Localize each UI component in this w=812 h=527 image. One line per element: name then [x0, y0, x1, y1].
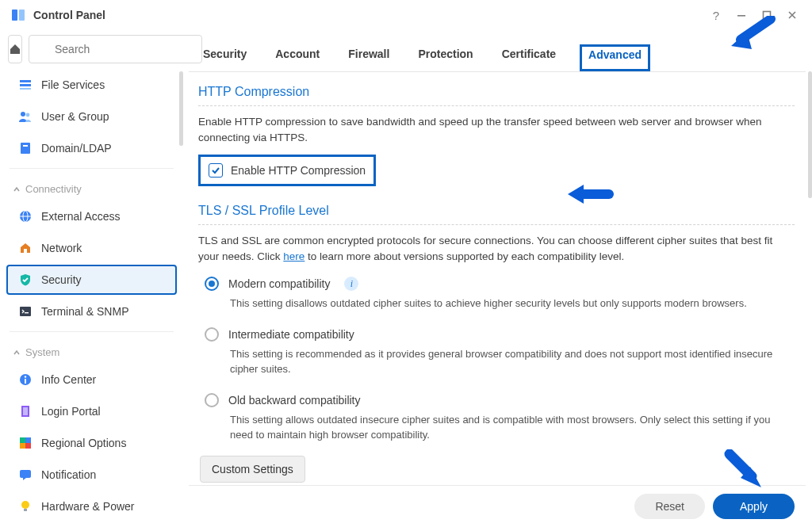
apply-button[interactable]: Apply [713, 494, 795, 519]
svg-rect-26 [20, 470, 31, 478]
radio-old[interactable] [205, 393, 219, 407]
sidebar-item-info-center[interactable]: Info Center [6, 365, 177, 395]
opt-label: Intermediate compatibility [228, 328, 354, 341]
sidebar-item-label: User & Group [41, 110, 109, 123]
bulb-icon [17, 498, 33, 514]
sidebar-group-system[interactable]: System [0, 337, 183, 363]
svg-point-9 [26, 113, 30, 117]
book-icon [17, 140, 33, 156]
sidebar-item-label: Hardware & Power [41, 500, 135, 513]
chat-icon [17, 467, 33, 483]
sidebar-item-file-services[interactable]: File Services [6, 70, 177, 100]
sidebar-item-label: File Services [41, 78, 105, 91]
shield-icon [17, 272, 33, 288]
opt-desc-modern: This setting disallows outdated cipher s… [198, 292, 795, 323]
sidebar-item-label: Terminal & SNMP [41, 305, 128, 318]
sidebar-group-label: System [25, 346, 59, 358]
search-wrap [29, 35, 202, 63]
settings-panel: HTTP Compression Enable HTTP compression… [189, 72, 806, 485]
sidebar-item-hardware-power[interactable]: Hardware & Power [6, 491, 177, 521]
sidebar-item-network[interactable]: Network [6, 233, 177, 263]
svg-rect-24 [20, 443, 25, 449]
opt-label: Modern compatibility [228, 277, 330, 290]
svg-rect-22 [20, 437, 25, 443]
tabs: Security Account Firewall Protection Cer… [189, 30, 806, 72]
svg-rect-1 [19, 10, 25, 21]
maximize-icon[interactable] [756, 5, 777, 25]
svg-rect-16 [25, 312, 29, 313]
sidebar-group-connectivity[interactable]: Connectivity [0, 174, 183, 200]
svg-rect-7 [20, 88, 31, 90]
sidebar-item-user-group[interactable]: User & Group [6, 101, 177, 132]
sidebar: File Services User & Group Domain/LDAP C… [0, 30, 184, 527]
sidebar-item-label: Regional Options [41, 437, 126, 449]
info-icon[interactable]: i [344, 277, 358, 291]
custom-settings-button[interactable]: Custom Settings [200, 456, 305, 483]
tab-certificate[interactable]: Certificate [497, 44, 561, 71]
tab-advanced[interactable]: Advanced [580, 44, 650, 71]
app-icon [10, 6, 27, 24]
sidebar-item-label: Info Center [41, 373, 96, 386]
svg-rect-28 [24, 509, 27, 511]
tab-security[interactable]: Security [198, 44, 251, 71]
tls-option-modern[interactable]: Modern compatibility i [198, 272, 795, 292]
section-title-http: HTTP Compression [198, 85, 795, 106]
svg-rect-10 [21, 143, 30, 154]
tls-desc: TLS and SSL are common encrypted protoco… [198, 233, 795, 264]
tls-option-intermediate[interactable]: Intermediate compatibility [198, 323, 795, 343]
tab-protection[interactable]: Protection [413, 44, 477, 71]
opt-desc-old: This setting allows outdated insecure ci… [198, 409, 795, 454]
info-icon [17, 372, 33, 388]
tls-here-link[interactable]: here [283, 250, 304, 262]
region-icon [17, 435, 33, 451]
opt-desc-intermediate: This setting is recommended as it provid… [198, 343, 795, 388]
globe-icon [17, 208, 33, 224]
reset-button[interactable]: Reset [634, 494, 705, 519]
minimize-icon[interactable] [731, 5, 752, 25]
tls-option-old[interactable]: Old backward compatibility [198, 388, 795, 409]
sidebar-item-security[interactable]: Security [6, 265, 177, 295]
window-title: Control Panel [33, 9, 105, 21]
opt-label: Old backward compatibility [228, 394, 361, 407]
door-icon [17, 403, 33, 419]
content-area: Security Account Firewall Protection Cer… [184, 30, 812, 527]
users-icon [17, 109, 33, 124]
sidebar-item-label: External Access [41, 210, 121, 223]
sidebar-item-label: Notification [41, 468, 96, 481]
home-button[interactable] [8, 35, 22, 63]
svg-rect-19 [25, 379, 26, 384]
sidebar-item-label: Network [41, 242, 82, 254]
footer: Reset Apply [189, 485, 806, 527]
close-icon[interactable] [782, 5, 802, 25]
chevron-up-icon [13, 349, 21, 357]
svg-rect-3 [764, 12, 771, 19]
enable-http-compression-row: Enable HTTP Compression [198, 155, 376, 186]
sidebar-scrollbar[interactable] [179, 71, 183, 146]
svg-rect-2 [737, 15, 745, 17]
tab-firewall[interactable]: Firewall [343, 44, 394, 71]
radio-intermediate[interactable] [205, 327, 219, 342]
help-icon[interactable]: ? [706, 5, 726, 25]
sidebar-item-terminal[interactable]: Terminal & SNMP [6, 296, 177, 327]
svg-rect-15 [20, 307, 31, 316]
sidebar-item-regional-options[interactable]: Regional Options [6, 428, 177, 458]
tls-desc-post: to learn more about versions supported b… [304, 250, 624, 262]
search-input[interactable] [29, 35, 202, 63]
sidebar-item-domain-ldap[interactable]: Domain/LDAP [6, 133, 177, 163]
tab-account[interactable]: Account [270, 44, 324, 71]
sidebar-item-label: Security [41, 273, 82, 286]
sidebar-item-external-access[interactable]: External Access [6, 201, 177, 231]
svg-rect-0 [12, 10, 17, 21]
svg-rect-23 [25, 437, 31, 443]
sidebar-item-label: Domain/LDAP [41, 142, 112, 155]
sidebar-item-notification[interactable]: Notification [6, 460, 177, 490]
house-icon [17, 240, 33, 256]
radio-modern[interactable] [205, 277, 219, 291]
sidebar-item-login-portal[interactable]: Login Portal [6, 396, 177, 426]
svg-rect-21 [23, 407, 28, 415]
svg-rect-5 [20, 80, 31, 82]
enable-http-compression-checkbox[interactable] [209, 163, 223, 178]
section-title-tls: TLS / SSL Profile Level [198, 204, 795, 225]
sidebar-group-label: Connectivity [25, 183, 82, 195]
panel-scrollbar[interactable] [808, 71, 812, 198]
